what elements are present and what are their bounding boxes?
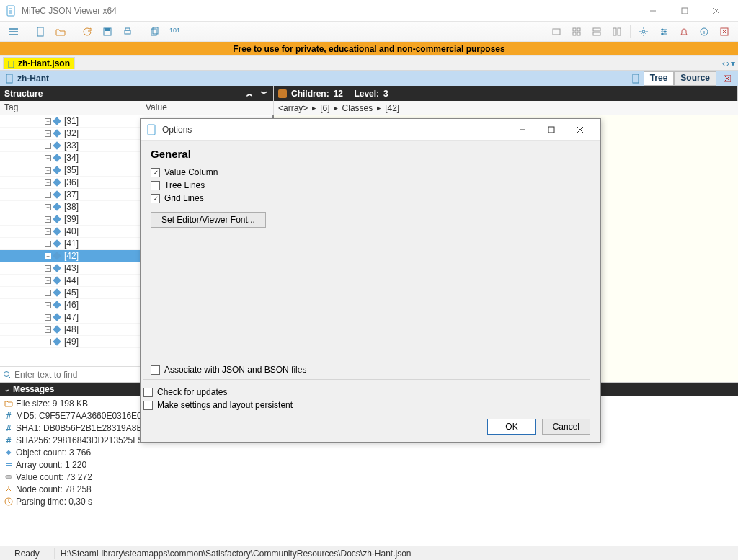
window-icon[interactable] xyxy=(547,24,566,40)
doc-icon-2[interactable] xyxy=(631,74,641,84)
svg-rect-24 xyxy=(9,61,14,68)
expand-icon[interactable]: + xyxy=(45,265,51,272)
dialog-title: Options xyxy=(162,125,508,135)
save-icon[interactable] xyxy=(98,24,117,40)
expand-icon[interactable]: + xyxy=(45,118,51,125)
exit-icon[interactable] xyxy=(715,24,734,40)
svg-rect-4 xyxy=(105,28,110,31)
expand-icon[interactable]: + xyxy=(45,192,51,198)
checkbox-persist-settings[interactable]: Make settings and layout persistent xyxy=(143,400,590,410)
node-label: [44] xyxy=(64,275,79,285)
grid-icon[interactable] xyxy=(567,24,586,40)
svg-point-21 xyxy=(662,32,664,35)
refresh-icon[interactable] xyxy=(78,24,97,40)
tile-v-icon[interactable] xyxy=(608,24,626,40)
status-path: H:\SteamLibrary\steamapps\common\Satisfa… xyxy=(55,548,738,559)
expand-icon[interactable]: + xyxy=(45,179,51,186)
expand-icon[interactable]: + xyxy=(45,167,51,174)
tree-view-tab[interactable]: Tree xyxy=(644,71,675,86)
svg-rect-17 xyxy=(618,28,621,35)
expand-icon[interactable]: + xyxy=(45,155,51,161)
dialog-maximize-button[interactable] xyxy=(537,120,566,139)
tab-dropdown-icon[interactable]: ▾ xyxy=(731,58,735,68)
dialog-minimize-button[interactable] xyxy=(508,120,537,139)
svg-point-18 xyxy=(642,30,645,33)
bell-icon[interactable] xyxy=(675,24,693,40)
checkbox-tree-lines[interactable]: Tree Lines xyxy=(151,180,590,190)
svg-rect-32 xyxy=(6,475,12,478)
expand-icon[interactable]: + xyxy=(45,143,51,149)
object-node-icon xyxy=(53,215,61,223)
json-file-icon xyxy=(8,60,15,67)
info-icon[interactable] xyxy=(695,24,713,40)
settings-icon[interactable] xyxy=(654,24,673,40)
print-icon[interactable] xyxy=(118,24,137,40)
set-font-button[interactable]: Set Editor/Viewer Font... xyxy=(151,212,266,228)
source-view-tab[interactable]: Source xyxy=(674,71,716,86)
open-folder-icon[interactable] xyxy=(51,24,70,40)
stack-icon xyxy=(4,461,13,469)
tile-h-icon[interactable] xyxy=(587,24,606,40)
object-icon xyxy=(278,89,287,98)
svg-rect-13 xyxy=(577,32,580,35)
app-icon xyxy=(6,5,17,17)
object-node-icon xyxy=(53,252,61,259)
tab-prev-icon[interactable]: ‹ xyxy=(722,58,725,68)
dialog-close-button[interactable] xyxy=(566,120,595,139)
node-label: [43] xyxy=(64,263,79,273)
message-text: Object count: 3 766 xyxy=(16,448,91,458)
message-text: Array count: 1 220 xyxy=(16,460,86,470)
minimize-button[interactable] xyxy=(637,1,669,21)
checkbox-value-column[interactable]: ✓Value Column xyxy=(151,167,590,177)
file-tab[interactable]: zh-Hant.json xyxy=(3,57,75,69)
expand-icon[interactable]: + xyxy=(45,130,51,137)
svg-rect-10 xyxy=(573,28,576,31)
maximize-button[interactable] xyxy=(669,1,701,21)
copy-icon[interactable] xyxy=(145,24,164,40)
tab-nav: ‹ › ▾ xyxy=(722,58,735,68)
expand-icon[interactable]: + xyxy=(45,216,51,223)
node-label: [49] xyxy=(64,337,79,347)
object-bar: zh-Hant Tree Source xyxy=(0,71,738,86)
checkbox-grid-lines[interactable]: ✓Grid Lines xyxy=(151,193,590,203)
node-label: [38] xyxy=(64,202,79,212)
expand-icon[interactable]: + xyxy=(45,228,51,235)
svg-rect-31 xyxy=(6,465,12,466)
expand-icon[interactable]: + xyxy=(45,314,51,321)
expand-collapse-icons[interactable]: ︽ ︾ xyxy=(246,89,269,99)
object-node-icon xyxy=(53,313,61,321)
value-column-header[interactable]: Value xyxy=(141,101,274,115)
expand-icon[interactable]: + xyxy=(45,241,51,247)
window-title: MiTeC JSON Viewer x64 xyxy=(22,6,637,16)
checkbox-check-updates[interactable]: Check for updates xyxy=(143,387,590,397)
node-label: [31] xyxy=(64,116,79,126)
expand-icon[interactable]: + xyxy=(45,253,51,259)
expand-icon[interactable]: + xyxy=(45,302,51,308)
message-text: Parsing time: 0,30 s xyxy=(16,497,92,507)
ok-button[interactable]: OK xyxy=(487,419,535,435)
expand-icon[interactable]: + xyxy=(45,277,51,284)
tag-column-header[interactable]: Tag xyxy=(0,101,141,115)
gear-icon[interactable] xyxy=(634,24,653,40)
object-node-icon xyxy=(53,178,61,186)
svg-rect-35 xyxy=(548,127,554,133)
close-button[interactable] xyxy=(701,1,732,21)
menu-icon[interactable] xyxy=(4,24,23,40)
message-text: File size: 9 198 KB xyxy=(16,399,88,409)
new-file-icon[interactable] xyxy=(31,24,50,40)
node-label: [45] xyxy=(64,288,79,298)
node-label: [40] xyxy=(64,226,79,236)
expand-icon[interactable]: + xyxy=(45,326,51,333)
cancel-button[interactable]: Cancel xyxy=(542,419,590,435)
object-node-icon xyxy=(53,264,61,272)
checkbox-associate-files[interactable]: Associate with JSON and BSON files xyxy=(151,365,590,375)
expand-icon[interactable]: + xyxy=(45,290,51,296)
expand-icon[interactable]: + xyxy=(45,204,51,210)
svg-rect-15 xyxy=(593,32,600,35)
close-object-icon[interactable] xyxy=(721,72,734,85)
expand-icon[interactable]: + xyxy=(45,339,51,345)
node-label: [41] xyxy=(64,239,79,249)
binary-icon[interactable]: 101 xyxy=(165,24,184,40)
message-text: Value count: 73 272 xyxy=(16,472,92,482)
tab-next-icon[interactable]: › xyxy=(726,58,729,68)
